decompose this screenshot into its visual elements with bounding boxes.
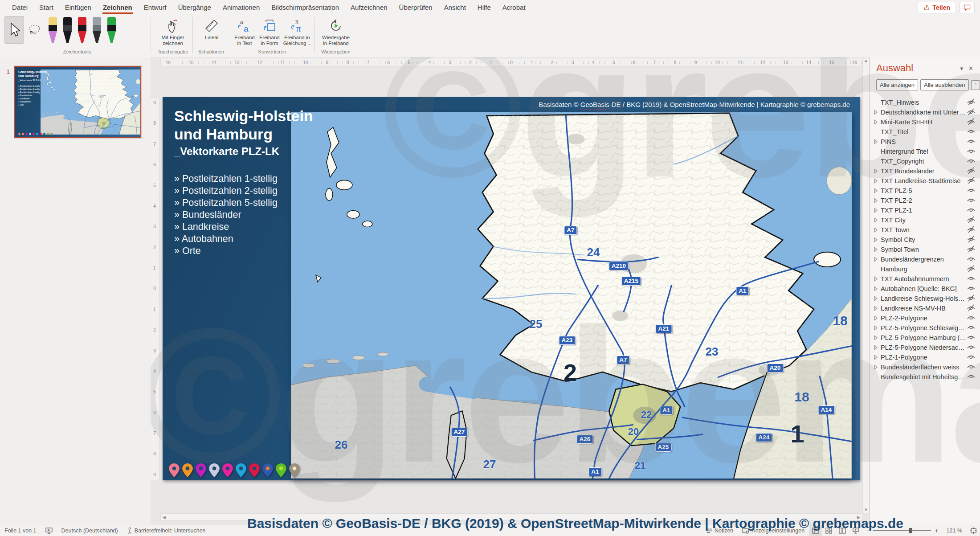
accessibility-status[interactable]: Barrierefreiheit: Untersuchen xyxy=(122,528,210,534)
ribbon-tab[interactable]: Entwurf xyxy=(138,0,172,15)
ribbon-tab[interactable]: Überprüfen xyxy=(393,0,438,15)
layer-row[interactable]: TXT_Hinweis xyxy=(870,98,980,107)
layer-row[interactable]: PLZ-1-Polygone xyxy=(870,352,980,362)
layer-row[interactable]: TXT PLZ-2 xyxy=(870,196,980,205)
visibility-toggle[interactable] xyxy=(966,206,976,214)
ribbon-tab[interactable]: Hilfe xyxy=(472,0,497,15)
layer-row[interactable]: Bundesländergrenzen xyxy=(870,254,980,264)
expand-arrow-icon[interactable] xyxy=(873,178,879,184)
expand-arrow-icon[interactable] xyxy=(873,354,879,360)
pane-dropdown-button[interactable]: ▾ xyxy=(958,64,966,73)
visibility-toggle[interactable] xyxy=(966,275,976,283)
scroll-down-arrow[interactable]: ▼ xyxy=(862,507,870,513)
visibility-toggle[interactable] xyxy=(966,98,976,106)
layer-row[interactable]: TXT PLZ-5 xyxy=(870,186,980,196)
layer-row[interactable]: PLZ-5-Polygone Hamburg (1... xyxy=(870,333,980,343)
visibility-toggle[interactable] xyxy=(966,334,976,342)
pen-tool[interactable] xyxy=(77,17,87,43)
visibility-toggle[interactable] xyxy=(966,363,976,371)
layer-row[interactable]: Mini-Karte SH-HH xyxy=(870,117,980,127)
ink-to-shape-button[interactable]: Freihandin Form xyxy=(257,16,282,47)
visibility-toggle[interactable] xyxy=(966,147,976,155)
comments-button[interactable] xyxy=(960,2,975,13)
pen-tool[interactable] xyxy=(92,17,102,43)
visibility-toggle[interactable] xyxy=(966,216,976,224)
expand-arrow-icon[interactable] xyxy=(873,256,879,262)
ink-replay-button[interactable]: Wiedergabein Freihand xyxy=(317,16,355,47)
pen-tool[interactable] xyxy=(62,17,73,43)
expand-arrow-icon[interactable] xyxy=(873,305,879,311)
horizontal-ruler[interactable]: 1615141312111098765432101234567891011121… xyxy=(160,58,862,67)
pen-tool[interactable] xyxy=(48,17,58,43)
layer-row[interactable]: TXT PLZ-1 xyxy=(870,205,980,215)
language-selector[interactable]: Deutsch (Deutschland) xyxy=(57,528,122,534)
slide[interactable]: Basisdaten © GeoBasis-DE / BKG (2019) & … xyxy=(163,97,860,480)
scroll-left-arrow[interactable]: ◀ xyxy=(161,514,167,520)
visibility-toggle[interactable] xyxy=(966,265,976,273)
visibility-toggle[interactable] xyxy=(966,128,976,136)
expand-arrow-icon[interactable] xyxy=(873,325,879,331)
visibility-toggle[interactable] xyxy=(966,295,976,303)
layer-row[interactable]: Hintergrund Titel xyxy=(870,147,980,156)
layer-row[interactable]: PLZ-5-Polygone Niedersachs... xyxy=(870,343,980,352)
expand-arrow-icon[interactable] xyxy=(873,217,879,223)
visibility-toggle[interactable] xyxy=(966,196,976,205)
vertical-ruler[interactable]: 9876543210123456789 xyxy=(150,97,159,480)
layer-row[interactable]: TXT Autobahnnummern xyxy=(870,274,980,284)
visibility-toggle[interactable] xyxy=(966,118,976,126)
zoom-in-button[interactable]: + xyxy=(935,527,938,534)
visibility-toggle[interactable] xyxy=(966,353,976,361)
expand-arrow-icon[interactable] xyxy=(873,335,879,341)
visibility-toggle[interactable] xyxy=(966,285,976,293)
ribbon-tab[interactable]: Einfügen xyxy=(59,0,97,15)
layer-row[interactable]: Deutschlandkarte mit Unterg... xyxy=(870,107,980,117)
expand-arrow-icon[interactable] xyxy=(873,286,879,292)
visibility-toggle[interactable] xyxy=(966,108,976,116)
fit-to-window-button[interactable] xyxy=(967,525,980,536)
hide-all-button[interactable]: Alle ausblenden xyxy=(920,79,969,90)
expand-arrow-icon[interactable] xyxy=(873,295,879,302)
visibility-toggle[interactable] xyxy=(966,138,976,146)
share-button[interactable]: Teilen xyxy=(918,2,956,13)
visibility-toggle[interactable] xyxy=(966,344,976,352)
scroll-up-arrow[interactable]: ▲ xyxy=(862,57,870,64)
ribbon-tab[interactable]: Start xyxy=(33,0,59,15)
visibility-toggle[interactable] xyxy=(966,245,976,254)
ribbon-tab[interactable]: Bildschirmpräsentation xyxy=(265,0,345,15)
visibility-toggle[interactable] xyxy=(966,314,976,322)
ribbon-tab[interactable]: Zeichnen xyxy=(97,0,138,15)
layer-row[interactable]: TXT Town xyxy=(870,225,980,235)
vertical-scrollbar[interactable]: ▲ ▼ xyxy=(862,57,870,513)
expand-arrow-icon[interactable] xyxy=(873,237,879,243)
lasso-tool-button[interactable] xyxy=(25,16,45,44)
move-up-button[interactable]: ⌃ xyxy=(971,80,980,90)
ribbon-tab[interactable]: Animationen xyxy=(217,0,265,15)
layer-row[interactable]: Bundesländerflächen weiss xyxy=(870,362,980,372)
ink-to-math-button[interactable]: ππ Freihand inGleichung ⌄ xyxy=(282,16,312,47)
visibility-toggle[interactable] xyxy=(966,236,976,244)
expand-arrow-icon[interactable] xyxy=(873,276,879,282)
layer-row[interactable]: TXT_Copyright xyxy=(870,156,980,166)
expand-arrow-icon[interactable] xyxy=(873,364,879,370)
layer-row[interactable]: Autobahnen [Quelle: BKG] xyxy=(870,284,980,294)
visibility-toggle[interactable] xyxy=(966,373,976,381)
ribbon-tab[interactable]: Aufzeichnen xyxy=(345,0,393,15)
expand-arrow-icon[interactable] xyxy=(873,197,879,204)
show-all-button[interactable]: Alle anzeigen xyxy=(876,79,918,90)
layer-row[interactable]: TXT Bundesländer xyxy=(870,166,980,176)
visibility-toggle[interactable] xyxy=(966,226,976,234)
zoom-level[interactable]: 121 % xyxy=(942,528,967,534)
visibility-toggle[interactable] xyxy=(966,167,976,175)
layer-row[interactable]: PLZ-5-Polygone Schleswig-H... xyxy=(870,323,980,333)
zoom-slider-thumb[interactable] xyxy=(909,528,912,533)
expand-arrow-icon[interactable] xyxy=(873,109,879,115)
layer-row[interactable]: TXT Landkreise-Stadtkreise xyxy=(870,176,980,186)
expand-arrow-icon[interactable] xyxy=(873,227,879,233)
presenter-display-icon[interactable] xyxy=(41,528,57,534)
select-tool-button[interactable] xyxy=(4,16,24,44)
expand-arrow-icon[interactable] xyxy=(873,168,879,174)
layer-row[interactable]: PLZ-2-Polygone xyxy=(870,313,980,323)
layer-row[interactable]: Landkreise NS-MV-HB xyxy=(870,303,980,313)
layer-row[interactable]: Bundesgebiet mit Hoheitsge... xyxy=(870,372,980,382)
expand-arrow-icon[interactable] xyxy=(873,139,879,145)
